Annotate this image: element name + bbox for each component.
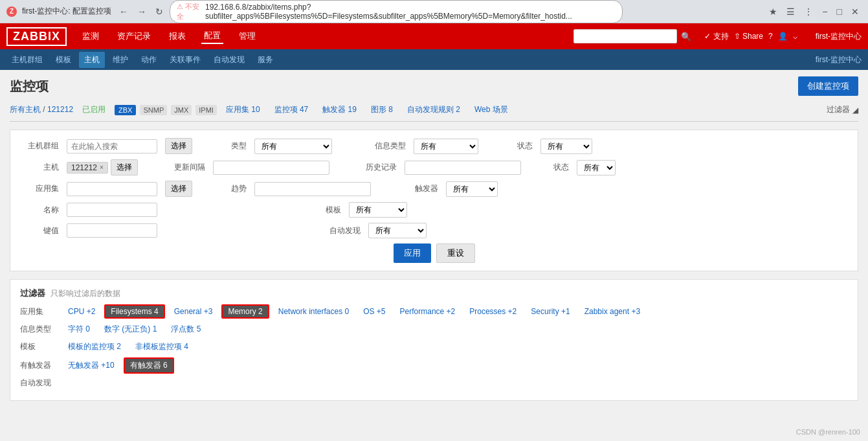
support-link[interactable]: ✓ 支持: [704, 31, 728, 42]
template-select[interactable]: 所有: [349, 202, 407, 218]
app-tag-cpu[interactable]: CPU +2: [63, 306, 100, 317]
tab-appsets[interactable]: 应用集 10: [221, 102, 265, 117]
page-title: 监控项: [10, 78, 49, 95]
extensions-btn[interactable]: ☰: [784, 5, 797, 18]
subnav-services[interactable]: 服务: [252, 52, 278, 68]
info-uint[interactable]: 数字 (无正负) 1: [99, 322, 162, 336]
tab-triggers[interactable]: 触发器 19: [317, 102, 362, 117]
instance-label: first-监控中心: [816, 54, 862, 65]
logout-icon[interactable]: ⌵: [793, 32, 797, 41]
search-input[interactable]: [573, 29, 677, 43]
info-type-filter-label: 信息类型: [20, 324, 59, 335]
tab-autodiscovery[interactable]: 自动发现规则 2: [402, 102, 465, 117]
help-icon[interactable]: ?: [768, 32, 773, 41]
subnav-templates[interactable]: 模板: [50, 52, 76, 68]
type-select[interactable]: 所有: [254, 139, 332, 154]
name-label: 名称: [20, 205, 59, 216]
trigger-filter-row: 有触发器 无触发器 +10 有触发器 6: [20, 357, 848, 374]
star-btn[interactable]: ★: [766, 5, 780, 18]
search-icon[interactable]: 🔍: [681, 32, 691, 41]
app-tag-performance[interactable]: Performance +2: [395, 306, 461, 317]
app-tag-zabbix[interactable]: Zabbix agent +3: [579, 306, 645, 317]
breadcrumb: 所有主机 / 121212: [10, 104, 73, 115]
all-hosts-link[interactable]: 所有主机: [10, 105, 41, 114]
forward-btn[interactable]: →: [135, 5, 149, 18]
tab-jmx[interactable]: JMX: [171, 105, 192, 115]
app-tag-network[interactable]: Network interfaces 0: [273, 306, 354, 317]
app-tag-os[interactable]: OS +5: [358, 306, 390, 317]
share-link[interactable]: ⇧ Share: [734, 32, 763, 41]
page-title-row: 监控项 创建监控项: [10, 76, 858, 96]
key-input[interactable]: [67, 223, 157, 238]
subnav-events[interactable]: 关联事件: [164, 52, 206, 68]
filter-icon[interactable]: ◢: [852, 106, 858, 115]
sub-nav: 主机群组 模板 主机 维护 动作 关联事件 自动发现 服务 first-监控中心: [0, 49, 868, 70]
subnav-hostgroups[interactable]: 主机群组: [6, 52, 48, 68]
user-icon[interactable]: 👤: [778, 32, 788, 41]
tabs-row: 所有主机 / 121212 已启用 ZBX SNMP JMX IPMI 应用集 …: [10, 102, 858, 122]
close-btn[interactable]: ✕: [849, 5, 862, 18]
tab-web[interactable]: Web 场景: [469, 102, 513, 117]
trigger-select[interactable]: 所有: [446, 181, 498, 197]
filter-label[interactable]: 过滤器: [827, 104, 850, 115]
nav-admin[interactable]: 管理: [236, 29, 258, 43]
trigger-label-f: 触发器: [406, 183, 438, 194]
browser-actions: ★ ☰ ⋮ − □ ✕: [766, 5, 862, 18]
app-filter-row: 应用集 CPU +2 Filesystems 4 General +3 Memo…: [20, 304, 848, 319]
page-content: 监控项 创建监控项 所有主机 / 121212 已启用 ZBX SNMP JMX…: [0, 70, 868, 407]
host-select-btn[interactable]: 选择: [111, 159, 138, 175]
maximize-btn[interactable]: □: [834, 5, 845, 18]
breadcrumb-sep: /: [43, 105, 47, 114]
tab-graphs[interactable]: 图形 8: [366, 102, 398, 117]
create-monitor-btn[interactable]: 创建监控项: [798, 76, 858, 96]
app-tag-security[interactable]: Security +1: [526, 306, 575, 317]
subnav-maintenance[interactable]: 维护: [107, 52, 133, 68]
status-select[interactable]: 所有: [540, 139, 592, 154]
app-input[interactable]: [67, 182, 157, 196]
back-btn[interactable]: ←: [117, 5, 131, 18]
tab-ipmi[interactable]: IPMI: [195, 105, 217, 115]
history-input[interactable]: [405, 161, 521, 175]
tab-zbx[interactable]: ZBX: [115, 105, 136, 115]
hostgroup-select-btn[interactable]: 选择: [165, 138, 192, 154]
subnav-hosts[interactable]: 主机: [79, 52, 105, 68]
autodiscovery-select[interactable]: 所有: [368, 223, 427, 238]
interval-input[interactable]: [213, 161, 329, 175]
nav-config[interactable]: 配置: [201, 28, 223, 44]
tab-enabled[interactable]: 已启用: [77, 102, 111, 117]
tmpl-from-template[interactable]: 模板的监控项 2: [63, 340, 126, 354]
nav-monitor[interactable]: 监测: [80, 29, 102, 43]
minimize-btn[interactable]: −: [819, 5, 830, 18]
tab-monitors[interactable]: 监控项 47: [269, 102, 314, 117]
refresh-btn[interactable]: ↻: [153, 5, 166, 18]
subnav-discovery[interactable]: 自动发现: [208, 52, 250, 68]
host-tag-remove[interactable]: ×: [100, 164, 104, 171]
info-type-filter-row: 信息类型 字符 0 数字 (无正负) 1 浮点数 5: [20, 322, 848, 336]
apply-btn[interactable]: 应用: [394, 243, 431, 263]
reset-btn[interactable]: 重设: [436, 243, 475, 263]
tab-snmp[interactable]: SNMP: [140, 105, 167, 115]
app-tag-memory[interactable]: Memory 2: [221, 304, 269, 319]
status2-select[interactable]: 所有: [577, 160, 616, 175]
menu-btn[interactable]: ⋮: [801, 5, 816, 18]
app-select-btn[interactable]: 选择: [165, 181, 192, 197]
no-trigger-tag[interactable]: 无触发器 +10: [63, 359, 120, 372]
host-link[interactable]: 121212: [47, 105, 73, 114]
has-trigger-tag[interactable]: 有触发器 6: [124, 357, 174, 374]
app-tag-filesystems[interactable]: Filesystems 4: [104, 304, 164, 319]
nav-reports[interactable]: 报表: [166, 29, 188, 43]
info-char[interactable]: 字符 0: [63, 322, 95, 336]
hostgroup-input[interactable]: [67, 139, 157, 153]
name-input[interactable]: [67, 203, 157, 217]
app-tag-processes[interactable]: Processes +2: [464, 306, 522, 317]
app-tag-general[interactable]: General +3: [169, 306, 218, 317]
info-type-select[interactable]: 所有: [414, 139, 478, 154]
trend-input[interactable]: [254, 182, 371, 196]
url-display[interactable]: 192.168.6.8/zabbix/items.php?subfilter_a…: [205, 3, 616, 21]
nav-assets[interactable]: 资产记录: [115, 29, 153, 43]
tmpl-not-template[interactable]: 非模板监控项 4: [130, 340, 194, 354]
subnav-actions[interactable]: 动作: [136, 52, 162, 68]
info-float[interactable]: 浮点数 5: [166, 322, 206, 336]
discovery-filter-row: 自动发现: [20, 378, 848, 389]
header-search-area: 🔍: [573, 29, 691, 43]
